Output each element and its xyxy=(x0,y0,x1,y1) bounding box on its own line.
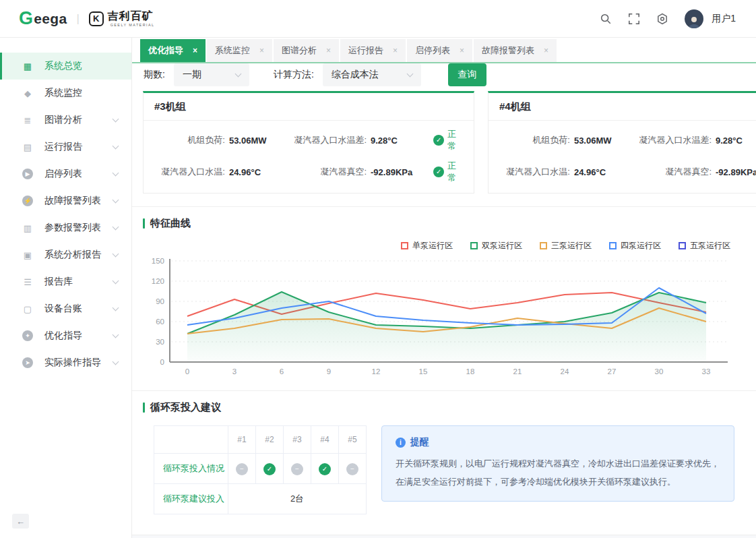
tab-label: 优化指导 xyxy=(148,44,183,57)
query-button[interactable]: 查询 xyxy=(448,63,486,86)
user-avatar[interactable] xyxy=(685,9,703,28)
sidebar-item-overview[interactable]: ▦系统总览 xyxy=(0,53,131,80)
sidebar-item-start-stop[interactable]: ▶启停列表 xyxy=(0,160,131,187)
chevron-down-icon xyxy=(113,142,119,149)
pump-column-header: #4 xyxy=(311,426,339,454)
legend-swatch xyxy=(401,242,408,249)
pump-status-row-label: 循环泵投入情况 xyxy=(154,454,228,484)
check-circle-icon: ✓ xyxy=(433,135,444,146)
atlas-icon: ≣ xyxy=(22,115,33,125)
sidebar-collapse-button[interactable]: ← xyxy=(12,514,29,529)
sidebar-item-fault-alarm[interactable]: ⚡故障报警列表 xyxy=(0,187,131,214)
settings-gear-icon[interactable] xyxy=(656,13,668,25)
svg-text:150: 150 xyxy=(152,257,164,265)
legend-item[interactable]: 五泵运行区 xyxy=(679,240,730,251)
geega-logo-g: G xyxy=(19,8,33,29)
equipment-ledger-icon: ▢ xyxy=(22,304,33,314)
metric-row: 机组负荷:53.06MW凝汽器入口水温差:9.28°C✕异常 xyxy=(498,128,756,152)
unit-cards: #3机组机组负荷:53.06MW凝汽器入口水温差:9.28°C✓正常凝汽器入口水… xyxy=(132,91,756,193)
svg-text:27: 27 xyxy=(608,367,617,376)
sidebar-item-equipment-ledger[interactable]: ▢设备台账 xyxy=(0,295,131,322)
pump-column-header: #2 xyxy=(256,426,284,454)
sidebar-item-monitor[interactable]: ◆系统监控 xyxy=(0,80,131,107)
svg-text:18: 18 xyxy=(466,367,475,376)
tab-close-icon[interactable]: × xyxy=(544,46,548,55)
feature-curve-title: 特征曲线 xyxy=(143,217,745,230)
legend-item[interactable]: 双泵运行区 xyxy=(470,240,522,251)
sidebar-menu: ▦系统总览◆系统监控≣图谱分析▤运行报告▶启停列表⚡故障报警列表▥参数报警列表▣… xyxy=(0,53,131,376)
feature-curve-chart: 030609012015003691215182124273033 xyxy=(143,256,745,388)
unit-card-body: 机组负荷:53.06MW凝汽器入口水温差:9.28°C✓正常凝汽器入口水温:24… xyxy=(144,121,474,193)
tab-close-icon[interactable]: × xyxy=(193,46,197,55)
metric-row: 凝汽器入口水温:24.96°C凝汽器真空:-92.89KPa✓正常 xyxy=(498,160,756,184)
unit-card-title: #3机组 xyxy=(144,93,474,121)
operation-guide-icon: ➤ xyxy=(22,357,33,368)
tab-label: 启停列表 xyxy=(415,44,450,57)
period-label: 期数: xyxy=(144,69,165,81)
tab[interactable]: 系统监控× xyxy=(207,39,272,62)
tab[interactable]: 故障报警列表× xyxy=(474,39,557,62)
sidebar-item-operation-guide[interactable]: ➤实际操作指导 xyxy=(0,349,131,376)
metric-label: 凝汽器入口水温: xyxy=(153,166,225,178)
sidebar-item-atlas[interactable]: ≣图谱分析 xyxy=(0,107,131,133)
sidebar-item-optimize-guide[interactable]: ✦优化指导 xyxy=(0,322,131,349)
method-select[interactable]: 综合成本法 xyxy=(323,63,421,86)
tab-label: 故障报警列表 xyxy=(482,44,534,57)
tab[interactable]: 启停列表× xyxy=(407,39,472,62)
metric-value: 9.28°C xyxy=(716,136,756,146)
metric-row: 机组负荷:53.06MW凝汽器入口水温差:9.28°C✓正常 xyxy=(153,128,464,152)
chart-legend: 单泵运行区双泵运行区三泵运行区四泵运行区五泵运行区 xyxy=(143,240,730,251)
pump-suggest-row-label: 循环泵建议投入 xyxy=(154,484,228,514)
sidebar-item-param-alarm[interactable]: ▥参数报警列表 xyxy=(0,214,131,241)
svg-text:30: 30 xyxy=(156,338,164,346)
fullscreen-icon[interactable] xyxy=(628,13,640,25)
logo-divider: | xyxy=(76,12,79,26)
tab[interactable]: 运行报告× xyxy=(340,39,406,62)
svg-text:21: 21 xyxy=(513,367,522,376)
feature-curve-section: 特征曲线 单泵运行区双泵运行区三泵运行区四泵运行区五泵运行区 030609012… xyxy=(132,207,756,388)
sidebar-item-analysis-report[interactable]: ▣系统分析报告 xyxy=(0,241,131,268)
tab-close-icon[interactable]: × xyxy=(460,46,464,55)
sidebar-item-run-report[interactable]: ▤运行报告 xyxy=(0,133,131,160)
tab[interactable]: 图谱分析× xyxy=(274,39,339,62)
svg-text:3: 3 xyxy=(232,367,237,376)
legend-item[interactable]: 四泵运行区 xyxy=(609,240,661,251)
geely-logo-cn: 吉利百矿 xyxy=(108,11,157,22)
tab[interactable]: 优化指导× xyxy=(140,39,206,62)
chevron-down-icon xyxy=(113,196,119,203)
pump-suggest-value: 2台 xyxy=(228,484,367,514)
tip-box: i 提醒 开关循环泵规则，以电厂运行规程对凝汽器真空，冷却水进出口温差保证要求优… xyxy=(381,425,734,502)
sidebar-item-label: 系统监控 xyxy=(44,87,82,99)
legend-item[interactable]: 单泵运行区 xyxy=(401,240,453,251)
sidebar-item-report-library[interactable]: ☰报告库 xyxy=(0,268,131,295)
legend-swatch xyxy=(609,242,617,249)
sidebar-item-label: 报告库 xyxy=(44,276,73,288)
tip-text: 开关循环泵规则，以电厂运行规程对凝汽器真空，冷却水进出口温差保证要求优先，在满足… xyxy=(396,455,720,491)
svg-text:90: 90 xyxy=(156,297,164,305)
tab-bar: 优化指导×系统监控×图谱分析×运行报告×启停列表×故障报警列表× xyxy=(132,39,756,63)
pump-status-row: 循环泵投入情况−✓−✓− xyxy=(154,454,367,484)
app-header: Geega | K 吉利百矿 GEELY MATERIAL 用户1 xyxy=(0,0,756,38)
unit-card-title: #4机组 xyxy=(489,93,756,121)
period-select[interactable]: 一期 xyxy=(174,63,249,86)
tab-close-icon[interactable]: × xyxy=(393,46,398,55)
check-circle-icon: ✓ xyxy=(319,463,331,475)
info-icon: i xyxy=(396,438,406,448)
pump-status-cell: − xyxy=(228,454,256,484)
optimize-guide-icon: ✦ xyxy=(22,330,33,341)
legend-label: 单泵运行区 xyxy=(412,240,453,251)
legend-label: 三泵运行区 xyxy=(551,240,592,251)
geely-logo: K 吉利百矿 GEELY MATERIAL xyxy=(89,11,157,27)
tab-label: 运行报告 xyxy=(348,44,383,57)
svg-text:9: 9 xyxy=(327,367,331,376)
chevron-down-icon xyxy=(406,71,413,78)
tab-label: 系统监控 xyxy=(215,44,250,57)
pump-status-cell: ✓ xyxy=(311,454,339,484)
minus-circle-icon: − xyxy=(346,463,358,475)
metric-value: -92.89KPa xyxy=(371,167,433,177)
tab-close-icon[interactable]: × xyxy=(326,46,331,55)
search-icon[interactable] xyxy=(600,13,612,25)
legend-item[interactable]: 三泵运行区 xyxy=(540,240,592,251)
tab-close-icon[interactable]: × xyxy=(259,46,264,55)
username[interactable]: 用户1 xyxy=(712,13,736,25)
